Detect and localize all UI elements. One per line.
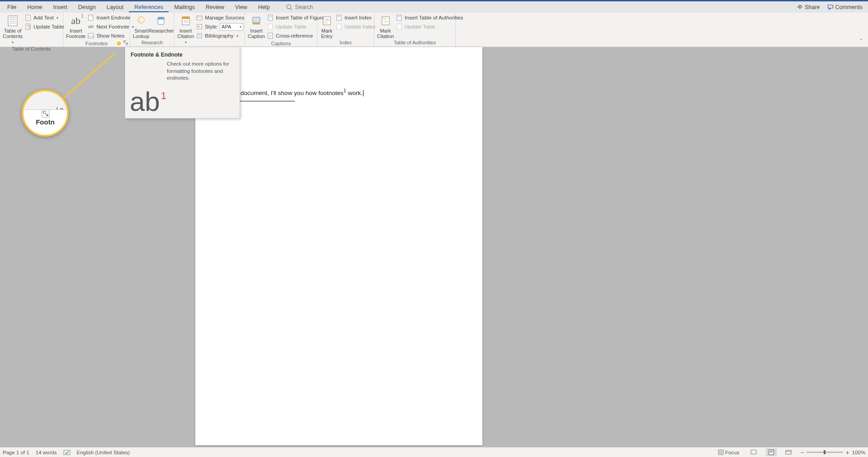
- share-icon: [797, 4, 803, 10]
- chevron-up-icon: ˆ: [860, 38, 862, 45]
- svg-rect-19: [158, 17, 164, 19]
- show-notes-icon: [87, 32, 94, 39]
- insert-index-icon: [335, 14, 343, 21]
- svg-rect-27: [197, 33, 202, 38]
- tooltip-title: Footnote & Endnote: [131, 52, 234, 58]
- insert-citation-button[interactable]: Insert Citation ▾: [177, 14, 194, 45]
- callout-dot: [116, 40, 122, 47]
- tab-references[interactable]: References: [129, 2, 169, 12]
- share-label: Share: [805, 4, 820, 10]
- show-notes-label: Show Notes: [96, 33, 124, 38]
- zoom-slider[interactable]: [807, 452, 843, 453]
- add-text-button[interactable]: + Add Text ▾: [24, 14, 65, 22]
- smart-lookup-label: Smart Lookup: [133, 28, 149, 39]
- zoom-level[interactable]: 100%: [852, 450, 865, 455]
- researcher-button[interactable]: Researcher: [150, 14, 172, 33]
- focus-mode-button[interactable]: Focus: [716, 448, 741, 456]
- svg-rect-55: [786, 450, 791, 454]
- footnotes-dialog-launcher[interactable]: [123, 39, 129, 46]
- insert-caption-button[interactable]: Insert Caption: [248, 14, 265, 39]
- update-tof-icon: [267, 23, 274, 30]
- tab-design[interactable]: Design: [73, 2, 101, 12]
- group-citations: Insert Citation ▾ Manage Sources Style: …: [175, 13, 245, 47]
- tab-home[interactable]: Home: [22, 2, 47, 12]
- tab-file[interactable]: File: [2, 2, 22, 12]
- web-layout-button[interactable]: [783, 448, 794, 456]
- update-toa-icon: [396, 23, 403, 30]
- svg-rect-44: [383, 18, 387, 20]
- zoom-out-button[interactable]: −: [800, 449, 804, 456]
- bibliography-icon: [196, 32, 203, 39]
- zoom-in-button[interactable]: +: [845, 449, 849, 456]
- menu-bar: File Home Insert Design Layout Reference…: [0, 1, 868, 13]
- tab-view[interactable]: View: [230, 2, 253, 12]
- svg-text:i: i: [91, 15, 92, 18]
- share-button[interactable]: Share: [793, 2, 823, 12]
- svg-rect-11: [89, 15, 93, 20]
- search-icon: [286, 4, 292, 10]
- next-footnote-icon: ab: [87, 23, 94, 30]
- update-toa-label: Update Table: [405, 24, 435, 29]
- svg-rect-36: [323, 17, 330, 25]
- researcher-label: Researcher: [148, 28, 174, 33]
- manage-sources-button[interactable]: Manage Sources: [195, 14, 245, 22]
- style-value: APA: [222, 24, 231, 29]
- page-indicator[interactable]: Page 1 of 1: [3, 450, 29, 455]
- update-icon: [24, 23, 32, 30]
- tab-mailings[interactable]: Mailings: [169, 2, 200, 12]
- insert-endnote-label: Insert Endnote: [96, 15, 130, 20]
- mark-entry-label: Mark Entry: [321, 28, 333, 39]
- collapse-ribbon-button[interactable]: ˆ: [854, 13, 868, 47]
- insert-footnote-button[interactable]: ab 1 Insert Footnote: [66, 14, 85, 39]
- bibliography-button[interactable]: Bibliography ▾: [195, 32, 245, 40]
- spellcheck-icon[interactable]: [63, 449, 71, 456]
- mark-entry-button[interactable]: Mark Entry: [320, 14, 334, 39]
- group-research: i Smart Lookup Researcher Research: [130, 13, 175, 47]
- citation-icon: [179, 14, 193, 27]
- bibliography-label: Bibliography: [205, 33, 233, 38]
- search-box[interactable]: Search: [286, 4, 313, 10]
- insert-toa-button[interactable]: Insert Table of Authorities: [395, 14, 464, 22]
- update-index-button: Update Index: [335, 23, 376, 31]
- toc-button[interactable]: Table of Contents ▾: [3, 14, 23, 45]
- svg-rect-31: [253, 23, 260, 24]
- toc-icon: [6, 14, 19, 27]
- smart-lookup-button[interactable]: i Smart Lookup: [133, 14, 149, 39]
- svg-rect-14: [88, 33, 94, 38]
- insert-endnote-button[interactable]: i Insert Endnote: [86, 14, 134, 22]
- read-mode-button[interactable]: [748, 448, 760, 456]
- language-indicator[interactable]: English (United States): [77, 450, 130, 455]
- tab-review[interactable]: Review: [200, 2, 230, 12]
- insert-index-button[interactable]: Insert Index: [335, 14, 376, 22]
- magnifier-callout: Lo Footn: [22, 90, 69, 137]
- style-dropdown[interactable]: APA ▾: [220, 23, 243, 31]
- endnote-icon: i: [87, 14, 94, 21]
- tooltip-graphic: ab 1: [130, 88, 166, 115]
- svg-rect-39: [324, 22, 328, 24]
- tab-layout[interactable]: Layout: [101, 2, 129, 12]
- next-footnote-button[interactable]: ab Next Footnote ▾: [86, 23, 134, 31]
- show-notes-button[interactable]: Show Notes: [86, 32, 134, 40]
- style-selector[interactable]: Style: APA ▾: [195, 23, 245, 31]
- comments-button[interactable]: Comments: [824, 2, 866, 12]
- add-text-label: Add Text: [33, 15, 54, 20]
- tab-help[interactable]: Help: [253, 2, 275, 12]
- cross-reference-label: Cross-reference: [276, 33, 313, 38]
- svg-text:i: i: [139, 17, 140, 23]
- insert-citation-label: Insert Citation: [177, 28, 194, 39]
- insert-toa-icon: [396, 14, 403, 21]
- svg-rect-46: [397, 15, 401, 20]
- print-layout-button[interactable]: [766, 448, 777, 456]
- tooltip-ab-text: ab: [130, 88, 160, 115]
- svg-text:+: +: [27, 16, 29, 20]
- update-toc-label: Update Table: [33, 24, 64, 29]
- tab-insert[interactable]: Insert: [48, 2, 73, 12]
- group-toc: Table of Contents ▾ + Add Text ▾ Update …: [0, 13, 63, 47]
- svg-text:ab: ab: [88, 24, 93, 29]
- svg-rect-24: [197, 16, 202, 20]
- word-count[interactable]: 14 words: [36, 450, 57, 455]
- tof-icon: [267, 14, 274, 21]
- mark-citation-icon: [379, 14, 392, 27]
- mark-citation-button[interactable]: Mark Citation: [377, 14, 394, 39]
- update-toc-button[interactable]: Update Table: [24, 23, 65, 31]
